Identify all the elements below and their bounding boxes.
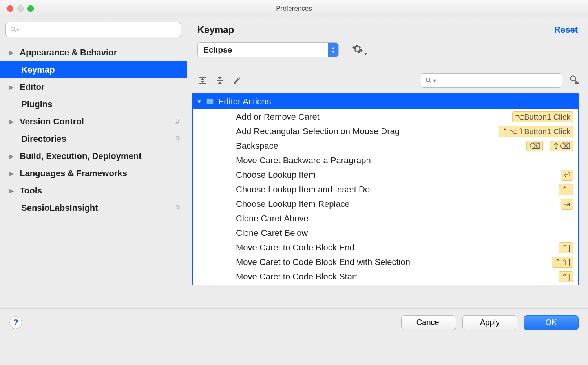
svg-rect-3 (175, 120, 178, 124)
shortcut-badge: ⏎ (561, 170, 573, 181)
action-row[interactable]: Backspace⌫⇧⌫ (193, 139, 578, 153)
svg-rect-6 (176, 205, 179, 209)
sidebar-item-label: Version Control (20, 117, 170, 127)
sidebar-item[interactable]: Directories (0, 130, 187, 148)
svg-rect-8 (199, 77, 206, 78)
sidebar-item-label: Editor (20, 82, 181, 92)
find-shortcut-icon (569, 75, 579, 85)
dialog-footer: ? Cancel Apply OK (0, 308, 588, 336)
sidebar-item[interactable]: ▶Editor (0, 78, 187, 96)
main-panel: Keymap Reset Eclipse ▲▼ ▾ (187, 17, 588, 308)
chevron-right-icon: ▶ (9, 153, 15, 159)
action-label: Move Caret Backward a Paragraph (236, 155, 573, 166)
svg-rect-7 (175, 206, 178, 210)
chevron-right-icon: ▶ (9, 170, 15, 177)
window-titlebar: Preferences (0, 0, 588, 17)
svg-rect-10 (217, 80, 223, 81)
search-history-chevron-icon[interactable]: ▾ (17, 27, 19, 32)
gear-icon (352, 44, 363, 55)
action-tree[interactable]: ▼ Editor Actions Add or Remove Caret⌥But… (192, 93, 579, 285)
select-arrows-icon: ▲▼ (328, 43, 338, 57)
expand-all-icon (198, 76, 207, 85)
sidebar-item-label: Languages & Frameworks (20, 168, 181, 179)
action-label: Move Caret to Code Block End (236, 243, 551, 253)
action-row[interactable]: Move Caret to Code Block End with Select… (193, 255, 578, 269)
keymap-settings-button[interactable]: ▾ (352, 44, 367, 56)
page-title: Keymap (197, 24, 234, 35)
sidebar-item-label: Keymap (21, 65, 181, 75)
cancel-button[interactable]: Cancel (401, 315, 456, 330)
action-row[interactable]: Move Caret Backward a Paragraph (193, 153, 578, 168)
search-icon (10, 26, 17, 33)
sidebar-item-label: Tools (20, 186, 181, 196)
shortcut-badge: ⌃] (559, 242, 573, 253)
ok-button[interactable]: OK (524, 315, 579, 330)
action-row[interactable]: Move Caret to Code Block End⌃] (193, 240, 578, 255)
edit-shortcut-button[interactable] (232, 75, 242, 86)
action-label: Move Caret to Code Block End with Select… (236, 257, 545, 267)
help-button[interactable]: ? (9, 316, 22, 329)
action-row[interactable]: Add or Remove Caret⌥Button1 Click (193, 110, 578, 124)
collapse-all-button[interactable] (215, 75, 225, 86)
action-label: Choose Lookup Item (236, 170, 554, 180)
reset-link[interactable]: Reset (554, 25, 578, 35)
sidebar-item[interactable]: Keymap (0, 61, 187, 78)
group-label: Editor Actions (218, 97, 271, 107)
sidebar-item[interactable]: SensioLabsInsight (0, 199, 187, 217)
svg-rect-9 (199, 83, 206, 84)
sidebar-item-label: Plugins (21, 99, 181, 110)
action-row[interactable]: Clone Caret Below (193, 226, 578, 240)
shortcut-badge: ⌃[ (559, 271, 573, 282)
project-settings-icon (174, 134, 181, 144)
expand-all-button[interactable] (197, 75, 208, 86)
svg-line-1 (14, 30, 16, 32)
sidebar-item[interactable]: ▶Build, Execution, Deployment (0, 148, 187, 165)
action-search-input[interactable]: ▾ (421, 73, 562, 88)
svg-point-13 (570, 76, 575, 81)
collapse-all-icon (215, 76, 225, 85)
shortcut-badge: ⇧⌫ (550, 141, 573, 151)
sidebar-item[interactable]: ▶Version Control (0, 113, 187, 130)
action-row[interactable]: Choose Lookup Item Replace⇥ (193, 197, 578, 211)
svg-rect-4 (176, 136, 179, 140)
sidebar-item[interactable]: Plugins (0, 96, 187, 113)
action-row[interactable]: Choose Lookup Item and Insert Dot⌃. (193, 182, 578, 197)
chevron-right-icon: ▶ (9, 49, 15, 56)
window-title: Preferences (0, 5, 588, 13)
sidebar-search-input[interactable]: ▾ (5, 22, 181, 37)
pencil-icon (233, 76, 241, 85)
action-row[interactable]: Move Caret to Code Block Start⌃[ (193, 269, 578, 284)
action-label: Backspace (236, 141, 519, 151)
shortcut-badge: ⇥ (561, 199, 573, 210)
chevron-right-icon: ▶ (9, 119, 15, 125)
shortcut-badge: ⌃. (559, 184, 573, 195)
find-by-shortcut-button[interactable] (569, 75, 579, 86)
chevron-right-icon: ▶ (9, 188, 15, 194)
svg-rect-2 (176, 119, 179, 122)
sidebar-item-label: Directories (21, 134, 170, 144)
svg-rect-15 (575, 82, 579, 84)
sidebar-item[interactable]: ▶Languages & Frameworks (0, 165, 187, 182)
project-settings-icon (174, 203, 181, 213)
chevron-right-icon: ▶ (9, 84, 15, 90)
action-row[interactable]: Choose Lookup Item⏎ (193, 168, 578, 182)
search-history-chevron-icon[interactable]: ▾ (433, 77, 436, 84)
keymap-select[interactable]: Eclipse ▲▼ (197, 42, 339, 57)
action-group-header[interactable]: ▼ Editor Actions (193, 94, 578, 110)
sidebar-item[interactable]: ▶Tools (0, 182, 187, 199)
apply-button[interactable]: Apply (462, 315, 517, 330)
action-row[interactable]: Add Rectangular Selection on Mouse Drag⌃… (193, 124, 578, 139)
action-label: Clone Caret Below (236, 228, 573, 238)
sidebar-item-label: Build, Execution, Deployment (20, 151, 181, 161)
shortcut-badge: ⌫ (526, 141, 543, 151)
action-row[interactable]: Clone Caret Above (193, 211, 578, 226)
sidebar-item[interactable]: ▶Appearance & Behavior (0, 44, 187, 61)
action-label: Choose Lookup Item and Insert Dot (236, 184, 551, 195)
shortcut-badge: ⌃⇧] (552, 257, 573, 268)
action-label: Add or Remove Caret (236, 112, 505, 122)
keymap-select-value: Eclipse (203, 45, 232, 55)
project-settings-icon (174, 117, 181, 127)
action-label: Clone Caret Above (236, 214, 573, 224)
action-label: Add Rectangular Selection on Mouse Drag (236, 126, 492, 137)
svg-point-11 (426, 78, 430, 82)
